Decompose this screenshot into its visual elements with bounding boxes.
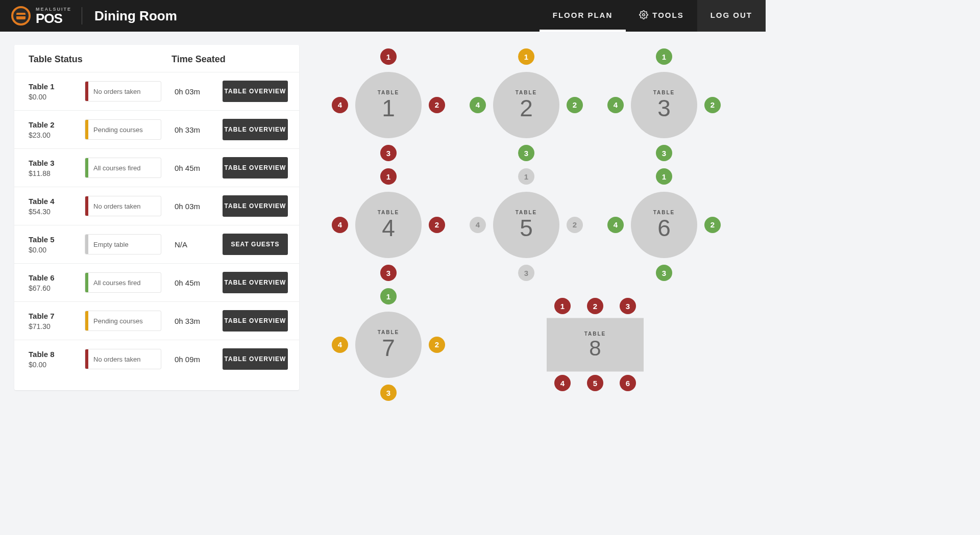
table-action-button[interactable]: TABLE OVERVIEW <box>223 119 288 140</box>
card-icon <box>16 13 26 19</box>
seat[interactable]: 1 <box>380 288 397 304</box>
seat[interactable]: 2 <box>704 97 721 113</box>
seat[interactable]: 1 <box>518 48 534 65</box>
seat[interactable]: 4 <box>332 97 348 113</box>
table-action-button[interactable]: TABLE OVERVIEW <box>223 157 288 179</box>
page-title: Dining Room <box>94 8 177 24</box>
nav-tools[interactable]: TOOLS <box>626 0 697 32</box>
seat[interactable]: 4 <box>332 217 348 233</box>
floor-table[interactable]: TABLE31234 <box>595 45 733 165</box>
table-row: Table 8$0.00No orders taken0h 09mTABLE O… <box>14 340 299 378</box>
table-info: Table 3$11.88 <box>29 159 85 177</box>
nav-logout-label: LOG OUT <box>710 11 752 19</box>
seat[interactable]: 1 <box>518 168 534 185</box>
floor-table-rect[interactable]: TABLE8123456 <box>457 285 733 404</box>
brand-bottom: POS <box>36 12 71 25</box>
seat[interactable]: 4 <box>470 97 486 113</box>
nav-tools-label: TOOLS <box>652 11 683 19</box>
floor-table[interactable]: TABLE61234 <box>595 165 733 285</box>
table-action-button[interactable]: TABLE OVERVIEW <box>223 310 288 332</box>
seat[interactable]: 2 <box>429 337 445 353</box>
seat[interactable]: 4 <box>554 375 571 391</box>
time-seated: 0h 45m <box>175 278 218 287</box>
table-name: Table 1 <box>29 82 85 91</box>
seat[interactable]: 3 <box>380 385 397 401</box>
seat[interactable]: 5 <box>587 375 603 391</box>
table-circle[interactable]: TABLE2 <box>493 72 559 138</box>
table-row: Table 1$0.00No orders taken0h 03mTABLE O… <box>14 72 299 110</box>
table-action-button[interactable]: TABLE OVERVIEW <box>223 272 288 293</box>
seat[interactable]: 3 <box>620 298 636 314</box>
seat[interactable]: 1 <box>554 298 571 314</box>
status-chip: Empty table <box>85 234 161 254</box>
table-circle[interactable]: TABLE5 <box>493 192 559 258</box>
seat[interactable]: 1 <box>380 48 397 65</box>
seat[interactable]: 4 <box>607 217 624 233</box>
seat[interactable]: 6 <box>620 375 636 391</box>
table-circle[interactable]: TABLE1 <box>355 72 422 138</box>
status-chip: All courses fired <box>85 158 161 178</box>
table-action-button[interactable]: TABLE OVERVIEW <box>223 348 288 370</box>
seat[interactable]: 1 <box>656 48 672 65</box>
seat[interactable]: 1 <box>656 168 672 185</box>
table-price: $0.00 <box>29 361 85 369</box>
table-price: $71.30 <box>29 322 85 330</box>
seat[interactable]: 3 <box>656 265 672 281</box>
table-circle[interactable]: TABLE7 <box>355 312 422 378</box>
table-word: TABLE <box>378 210 400 215</box>
status-chip: Pending courses <box>85 311 161 331</box>
seat[interactable]: 4 <box>470 217 486 233</box>
svg-point-0 <box>643 14 645 16</box>
table-number: 1 <box>382 96 395 120</box>
nav-floor-plan[interactable]: FLOOR PLAN <box>540 0 626 32</box>
seat[interactable]: 2 <box>429 217 445 233</box>
floor-table[interactable]: TABLE11234 <box>320 45 457 165</box>
table-row: Table 7$71.30Pending courses0h 33mTABLE … <box>14 301 299 340</box>
table-info: Table 4$54.30 <box>29 197 85 216</box>
seat[interactable]: 2 <box>587 298 603 314</box>
seat[interactable]: 3 <box>656 145 672 161</box>
table-name: Table 2 <box>29 120 85 129</box>
table-action-button[interactable]: SEAT GUESTS <box>223 234 288 255</box>
seat[interactable]: 2 <box>429 97 445 113</box>
table-name: Table 7 <box>29 312 85 320</box>
col-header-time: Time Seated <box>172 54 285 65</box>
table-circle[interactable]: TABLE4 <box>355 192 422 258</box>
nav-logout[interactable]: LOG OUT <box>697 0 766 32</box>
floor-table[interactable]: TABLE41234 <box>320 165 457 285</box>
table-word: TABLE <box>653 210 675 215</box>
table-circle[interactable]: TABLE3 <box>631 72 697 138</box>
floor-table[interactable]: TABLE71234 <box>320 285 457 404</box>
status-label: Empty table <box>88 235 129 254</box>
table-price: $67.60 <box>29 284 85 292</box>
seat[interactable]: 2 <box>567 97 583 113</box>
status-label: All courses fired <box>88 158 140 177</box>
table-number: 4 <box>382 216 395 240</box>
table-info: Table 5$0.00 <box>29 235 85 254</box>
seat[interactable]: 4 <box>607 97 624 113</box>
table-price: $23.00 <box>29 131 85 139</box>
seat[interactable]: 3 <box>380 145 397 161</box>
floor-table[interactable]: TABLE21234 <box>457 45 595 165</box>
seat[interactable]: 2 <box>567 217 583 233</box>
seat[interactable]: 3 <box>518 265 534 281</box>
table-word: TABLE <box>378 90 400 95</box>
seat[interactable]: 3 <box>518 145 534 161</box>
table-price: $54.30 <box>29 208 85 216</box>
floor-table[interactable]: TABLE51234 <box>457 165 595 285</box>
seat[interactable]: 4 <box>332 337 348 353</box>
divider <box>82 7 82 24</box>
time-seated: 0h 45m <box>175 164 218 172</box>
table-name: Table 4 <box>29 197 85 206</box>
table-number: 5 <box>520 216 533 240</box>
table-rect[interactable]: TABLE8 <box>547 318 644 371</box>
seat[interactable]: 2 <box>704 217 721 233</box>
table-action-button[interactable]: TABLE OVERVIEW <box>223 195 288 217</box>
table-price: $0.00 <box>29 246 85 254</box>
table-action-button[interactable]: TABLE OVERVIEW <box>223 81 288 102</box>
time-seated: N/A <box>175 240 218 249</box>
seat[interactable]: 1 <box>380 168 397 185</box>
nav-floor-plan-label: FLOOR PLAN <box>553 11 613 19</box>
seat[interactable]: 3 <box>380 265 397 281</box>
table-circle[interactable]: TABLE6 <box>631 192 697 258</box>
